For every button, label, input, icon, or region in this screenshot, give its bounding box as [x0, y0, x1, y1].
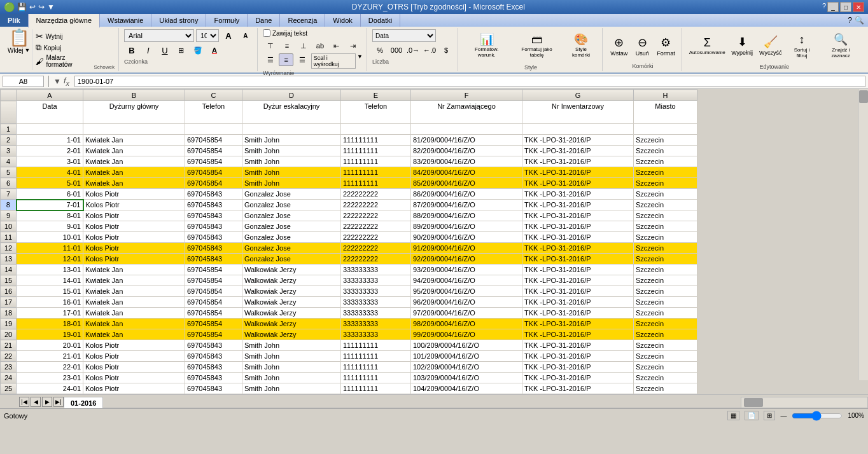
cell-g-4[interactable]: TKK -LPO-31-2016/P [522, 156, 634, 167]
cell-e-6[interactable]: 111111111 [341, 178, 411, 189]
cell-h-13[interactable]: Szczecin [634, 254, 697, 265]
maximize-btn[interactable]: □ [840, 2, 851, 12]
cell-f-19[interactable]: 98/209/0004/16/Z/O [411, 319, 522, 329]
cell-g-18[interactable]: TKK -LPO-31-2016/P [522, 308, 634, 319]
cell-c-7[interactable]: 697045843 [185, 189, 242, 200]
cell-a-11[interactable]: 10-01 [17, 232, 83, 243]
cell-a-4[interactable]: 3-01 [17, 156, 83, 167]
header-cell-b[interactable]: Dyżurny główny [83, 101, 185, 124]
align-left-btn[interactable]: ☰ [263, 53, 277, 66]
cell-g-8[interactable]: TKK -LPO-31-2016/P [522, 200, 634, 210]
ribbon-search-icon[interactable]: 🔍 [855, 16, 864, 25]
expand-formula-btn[interactable]: ▼ [53, 77, 61, 86]
layout-view-btn[interactable]: 📄 [745, 411, 759, 420]
cell-d-17[interactable]: Walkowiak Jerzy [242, 297, 341, 308]
col-header-e[interactable]: E [341, 90, 411, 101]
header-cell-a[interactable]: Data [17, 101, 83, 124]
col-header-f[interactable]: F [411, 90, 522, 101]
cell-f-17[interactable]: 96/209/0004/16/Z/O [411, 297, 522, 308]
cell-h-7[interactable]: Szczecin [634, 189, 697, 200]
cell-g-19[interactable]: TKK -LPO-31-2016/P [522, 319, 634, 329]
tab-plik[interactable]: Plik [0, 14, 29, 28]
cell-a-1[interactable] [17, 124, 83, 135]
cell-e-24[interactable]: 111111111 [341, 373, 411, 383]
indent-decrease-btn[interactable]: ⇤ [329, 39, 344, 52]
table-row[interactable]: 1716-01Kwiatek Jan697045854Walkowiak Jer… [1, 297, 697, 308]
cell-g-10[interactable]: TKK -LPO-31-2016/P [522, 221, 634, 232]
cell-d-15[interactable]: Walkowiak Jerzy [242, 275, 341, 286]
tab-next-btn[interactable]: ▶ [42, 397, 52, 407]
cell-b-19[interactable]: Kwiatek Jan [83, 319, 185, 329]
horizontal-scrollbar[interactable] [741, 397, 868, 408]
cell-f-3[interactable]: 82/209/0004/16/Z/O [411, 146, 522, 156]
table-row[interactable]: 109-01Kolos Piotr697045843Gonzalez Jose2… [1, 221, 697, 232]
cell-styles-btn[interactable]: 🎨 Style komórki [564, 29, 599, 62]
cell-h-15[interactable]: Szczecin [634, 275, 697, 286]
copy-btn[interactable]: ⧉ Kopiuj [36, 43, 90, 53]
cell-h-14[interactable]: Szczecin [634, 265, 697, 275]
cell-f-22[interactable]: 101/209/0004/16/Z/O [411, 351, 522, 362]
cell-a-23[interactable]: 22-01 [17, 362, 83, 373]
page-break-view-btn[interactable]: ⊞ [764, 411, 775, 420]
cell-e-18[interactable]: 333333333 [341, 308, 411, 319]
sort-btn[interactable]: ↕ Sortuj i filtruj [786, 29, 818, 62]
cell-e-19[interactable]: 333333333 [341, 319, 411, 329]
cell-c-10[interactable]: 697045843 [185, 221, 242, 232]
cell-a-16[interactable]: 15-01 [17, 286, 83, 297]
number-format-select[interactable]: Data [372, 29, 436, 42]
format-table-btn[interactable]: 🗃 Formatuj jako tabelę [512, 29, 561, 62]
table-row[interactable]: 1615-01Kwiatek Jan697045854Walkowiak Jer… [1, 286, 697, 297]
cell-h-8[interactable]: Szczecin [634, 200, 697, 210]
cell-f-9[interactable]: 88/209/0004/16/Z/O [411, 210, 522, 221]
table-row[interactable]: 2221-01Kolos Piotr697045843Smith John111… [1, 351, 697, 362]
tab-first-btn[interactable]: |◀ [19, 397, 29, 407]
cell-g-23[interactable]: TKK -LPO-31-2016/P [522, 362, 634, 373]
bold-btn[interactable]: B [124, 44, 139, 57]
cell-f-25[interactable]: 104/209/0004/16/Z/O [411, 383, 522, 394]
cell-e-16[interactable]: 333333333 [341, 286, 411, 297]
table-row[interactable]: 1817-01Kwiatek Jan697045854Walkowiak Jer… [1, 308, 697, 319]
cell-h-4[interactable]: Szczecin [634, 156, 697, 167]
cell-g-9[interactable]: TKK -LPO-31-2016/P [522, 210, 634, 221]
cell-c-6[interactable]: 697045854 [185, 178, 242, 189]
cell-c-20[interactable]: 697045854 [185, 329, 242, 340]
cell-h-26[interactable]: Szczecin [634, 394, 697, 395]
cell-h-10[interactable]: Szczecin [634, 221, 697, 232]
cell-g-16[interactable]: TKK -LPO-31-2016/P [522, 286, 634, 297]
cell-f-16[interactable]: 95/209/0004/16/Z/O [411, 286, 522, 297]
cell-h-17[interactable]: Szczecin [634, 297, 697, 308]
cell-a-12[interactable]: 11-01 [17, 243, 83, 254]
decrease-decimal-btn[interactable]: ←.0 [422, 44, 437, 57]
cell-d-20[interactable]: Walkowiak Jerzy [242, 329, 341, 340]
cell-a-7[interactable]: 6-01 [17, 189, 83, 200]
vertical-scrollbar[interactable] [858, 89, 868, 380]
cell-d-18[interactable]: Walkowiak Jerzy [242, 308, 341, 319]
cell-b-7[interactable]: Kolos Piotr [83, 189, 185, 200]
cell-f-26[interactable]: 105/209/0004/16/Z/O [411, 394, 522, 395]
cell-a-5[interactable]: 4-01 [17, 167, 83, 178]
cell-d-14[interactable]: Walkowiak Jerzy [242, 265, 341, 275]
cell-b-26[interactable]: Kolos Piotr [83, 394, 185, 395]
percent-btn[interactable]: % [372, 44, 388, 57]
cell-c-11[interactable]: 697045843 [185, 232, 242, 243]
cell-g-1[interactable] [522, 124, 634, 135]
table-row[interactable]: 98-01Kolos Piotr697045843Gonzalez Jose22… [1, 210, 697, 221]
cell-d-24[interactable]: Smith John [242, 373, 341, 383]
cell-a-19[interactable]: 18-01 [17, 319, 83, 329]
header-cell-d[interactable]: Dyżur eskalacyjny [242, 101, 341, 124]
cell-g-6[interactable]: TKK -LPO-31-2016/P [522, 178, 634, 189]
cell-d-13[interactable]: Gonzalez Jose [242, 254, 341, 265]
col-header-d[interactable]: D [242, 90, 341, 101]
cell-c-15[interactable]: 697045854 [185, 275, 242, 286]
cell-e-25[interactable]: 111111111 [341, 383, 411, 394]
cell-d-25[interactable]: Smith John [242, 383, 341, 394]
cell-h-5[interactable]: Szczecin [634, 167, 697, 178]
cell-e-9[interactable]: 222222222 [341, 210, 411, 221]
fill-color-btn[interactable]: 🪣 [190, 44, 206, 57]
minimize-btn[interactable]: _ [827, 2, 839, 12]
cell-h-19[interactable]: Szczecin [634, 319, 697, 329]
cell-e-4[interactable]: 111111111 [341, 156, 411, 167]
cell-d-5[interactable]: Smith John [242, 167, 341, 178]
cell-d-19[interactable]: Walkowiak Jerzy [242, 319, 341, 329]
tab-uklad[interactable]: Układ strony [151, 14, 206, 27]
